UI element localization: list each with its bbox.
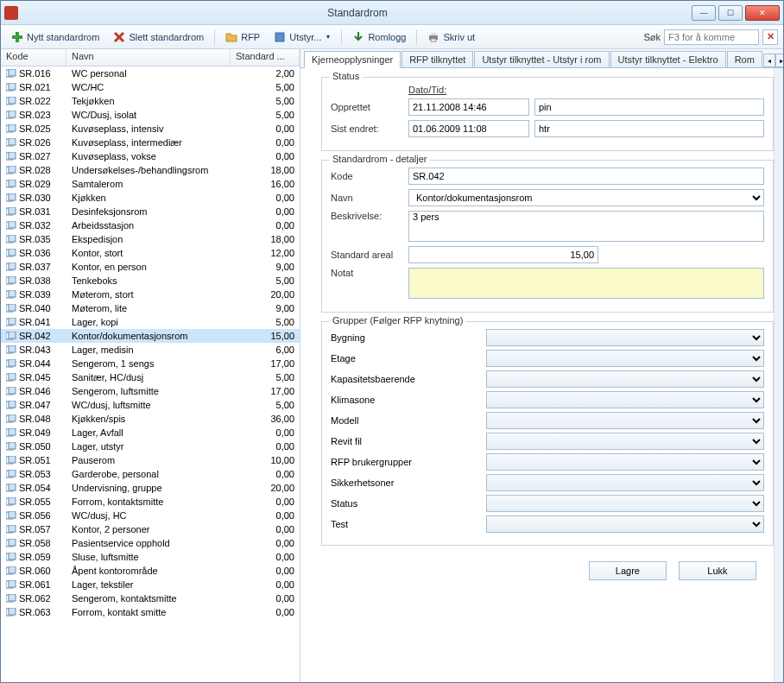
tab-scroll-right[interactable]: ▸ <box>775 54 783 67</box>
room-icon <box>6 580 16 589</box>
cell-std: 5,00 <box>231 317 300 327</box>
svg-rect-27 <box>9 207 16 214</box>
table-row[interactable]: SR.059Sluse, luftsmitte0,00 <box>1 550 300 564</box>
room-icon <box>6 111 16 119</box>
table-row[interactable]: SR.039Møterom, stort20,00 <box>1 288 300 301</box>
table-row[interactable]: SR.049Lager, Avfall0,00 <box>1 426 300 440</box>
table-row[interactable]: SR.054Undervisning, gruppe20,00 <box>1 481 300 495</box>
navn-select[interactable]: Kontor/dokumentasjonsrom <box>408 189 764 206</box>
opprettet-by-field[interactable] <box>534 98 764 116</box>
table-row[interactable]: SR.061Lager, tekstiler0,00 <box>1 578 300 591</box>
close-form-button[interactable]: Lukk <box>679 561 756 580</box>
cell-navn: Kuvøseplass, intermediær <box>66 137 231 148</box>
table-row[interactable]: SR.057Kontor, 2 personer0,00 <box>1 522 300 536</box>
table-row[interactable]: SR.046Sengerom, luftsmitte17,00 <box>1 384 300 398</box>
table-row[interactable]: SR.040Møterom, lite9,00 <box>1 301 300 315</box>
room-icon <box>6 152 16 161</box>
group-select[interactable] <box>486 474 764 491</box>
table-row[interactable]: SR.029Samtalerom16,00 <box>1 177 300 191</box>
cell-navn: Lager, medisin <box>66 345 231 355</box>
table-row[interactable]: SR.062Sengerom, kontaktsmitte0,00 <box>1 591 300 605</box>
table-row[interactable]: SR.044Sengerom, 1 sengs17,00 <box>1 357 300 370</box>
cell-std: 10,00 <box>231 455 300 465</box>
group-select[interactable] <box>486 329 764 346</box>
table-row[interactable]: SR.025Kuvøseplass, intensiv0,00 <box>1 122 300 136</box>
table-row[interactable]: SR.023WC/Dusj, isolat5,00 <box>1 108 300 122</box>
svg-rect-9 <box>9 83 16 90</box>
group-select[interactable] <box>486 350 764 367</box>
tab-utstyr-elektro[interactable]: Utstyr tilknyttet - Elektro <box>610 51 726 67</box>
table-row[interactable]: SR.027Kuvøseplass, vokse0,00 <box>1 149 300 163</box>
maximize-button[interactable]: ☐ <box>718 5 743 21</box>
table-row[interactable]: SR.050Lager, utstyr0,00 <box>1 440 300 453</box>
tab-kjerneopplysninger[interactable]: Kjerneopplysninger <box>304 51 401 68</box>
col-header-std[interactable]: Standard ... <box>231 49 300 66</box>
grid-body[interactable]: SR.016WC personal2,00SR.021WC/HC5,00SR.0… <box>1 66 300 682</box>
clear-search-button[interactable]: ✕ <box>762 29 778 45</box>
areal-field[interactable] <box>408 246 598 263</box>
search-input[interactable] <box>664 29 759 45</box>
table-row[interactable]: SR.036Kontor, stort12,00 <box>1 246 300 260</box>
table-row[interactable]: SR.041Lager, kopi5,00 <box>1 315 300 329</box>
table-row[interactable]: SR.058Pasientservice opphold0,00 <box>1 536 300 550</box>
group-select[interactable] <box>486 391 764 408</box>
new-standardrom-button[interactable]: Nytt standardrom <box>6 29 104 45</box>
svg-rect-71 <box>9 511 16 518</box>
table-row[interactable]: SR.043Lager, medisin6,00 <box>1 343 300 357</box>
delete-standardrom-button[interactable]: Slett standardrom <box>108 29 209 45</box>
cell-std: 5,00 <box>231 110 300 120</box>
table-row[interactable]: SR.030Kjøkken0,00 <box>1 191 300 205</box>
beskriv-field[interactable]: 3 pers <box>408 211 764 242</box>
table-row[interactable]: SR.055Forrom, kontaktsmitte0,00 <box>1 495 300 509</box>
endret-date-field[interactable] <box>408 120 529 137</box>
group-row: Klimasone <box>331 391 764 408</box>
table-row[interactable]: SR.056WC/dusj, HC0,00 <box>1 509 300 522</box>
svg-rect-31 <box>9 235 16 242</box>
table-row[interactable]: SR.021WC/HC5,00 <box>1 80 300 94</box>
rfp-button[interactable]: RFP <box>220 29 265 45</box>
table-row[interactable]: SR.060Åpent kontorområde0,00 <box>1 564 300 578</box>
table-row[interactable]: SR.045Sanitær, HC/dusj5,00 <box>1 370 300 384</box>
table-row[interactable]: SR.022Tekjøkken5,00 <box>1 94 300 108</box>
table-row[interactable]: SR.048Kjøkken/spis36,00 <box>1 412 300 426</box>
col-header-navn[interactable]: Navn <box>66 49 231 66</box>
group-select[interactable] <box>486 370 764 388</box>
romlogg-button[interactable]: Romlogg <box>347 29 411 45</box>
table-row[interactable]: SR.035Ekspedisjon18,00 <box>1 232 300 246</box>
tab-utstyr-i-rom[interactable]: Utstyr tilknyttet - Utstyr i rom <box>474 51 609 67</box>
table-row[interactable]: SR.031Desinfeksjonsrom0,00 <box>1 205 300 218</box>
kode-field[interactable] <box>408 168 764 185</box>
table-row[interactable]: SR.063Forrom, kontakt smitte0,00 <box>1 605 300 619</box>
minimize-button[interactable]: — <box>692 5 716 21</box>
close-button[interactable]: ✕ <box>745 5 780 21</box>
right-scrollbar[interactable] <box>774 68 783 682</box>
group-select[interactable] <box>486 495 764 512</box>
utstyr-button[interactable]: Utstyr... ▼ <box>269 29 336 45</box>
tab-rfp-tilknyttet[interactable]: RFP tilknyttet <box>401 51 473 67</box>
new-label: Nytt standardrom <box>27 32 99 42</box>
table-row[interactable]: SR.051Pauserom10,00 <box>1 453 300 467</box>
table-row[interactable]: SR.037Kontor, en person9,00 <box>1 260 300 274</box>
table-row[interactable]: SR.042Kontor/dokumentasjonsrom15,00 <box>1 329 300 343</box>
table-row[interactable]: SR.016WC personal2,00 <box>1 66 300 80</box>
group-select[interactable] <box>486 433 764 450</box>
col-header-kode[interactable]: Kode <box>1 49 66 66</box>
table-row[interactable]: SR.026Kuvøseplass, intermediær0,00 <box>1 136 300 149</box>
table-row[interactable]: SR.032Arbeidsstasjon0,00 <box>1 218 300 232</box>
opprettet-date-field[interactable] <box>408 98 529 116</box>
table-row[interactable]: SR.028Undersøkelses-/behandlingsrom18,00 <box>1 163 300 177</box>
notat-field[interactable] <box>408 268 764 299</box>
group-select[interactable] <box>486 515 764 533</box>
svg-rect-21 <box>9 166 16 173</box>
endret-by-field[interactable] <box>534 120 764 137</box>
tab-scroll-left[interactable]: ◂ <box>763 54 775 67</box>
tab-rom[interactable]: Rom <box>727 51 762 67</box>
table-row[interactable]: SR.053Garderobe, personal0,00 <box>1 467 300 481</box>
print-button[interactable]: Skriv ut <box>422 29 480 45</box>
table-row[interactable]: SR.047WC/dusj, luftsmitte5,00 <box>1 398 300 412</box>
svg-rect-19 <box>9 152 16 159</box>
save-button[interactable]: Lagre <box>589 561 667 580</box>
table-row[interactable]: SR.038Tenkeboks5,00 <box>1 274 300 288</box>
group-select[interactable] <box>486 453 764 471</box>
group-select[interactable] <box>486 412 764 429</box>
